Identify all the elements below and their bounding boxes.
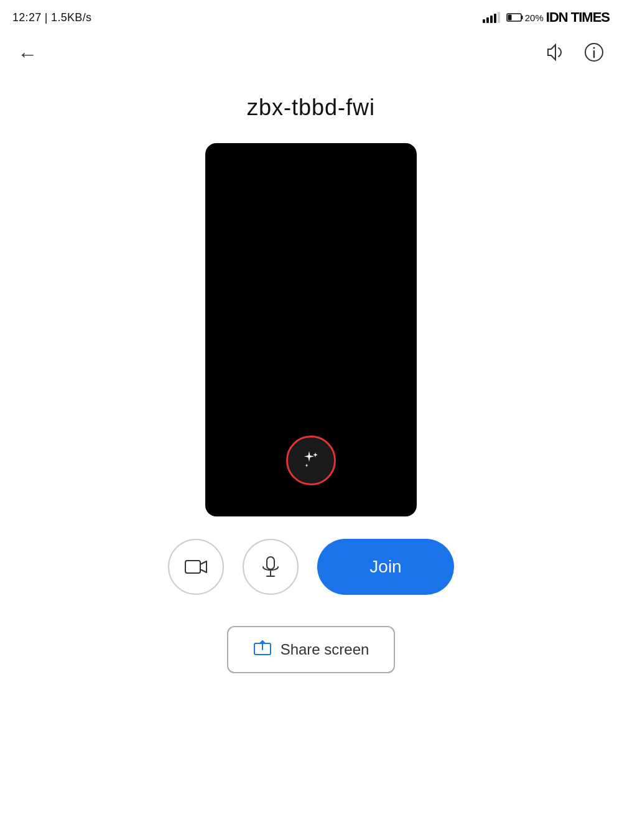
join-button[interactable]: Join bbox=[317, 539, 454, 595]
volume-icon[interactable] bbox=[545, 42, 566, 67]
status-bar: 12:27 | 1.5KB/s 20% IDN TIMES bbox=[0, 0, 622, 32]
video-container bbox=[0, 143, 622, 516]
brand-logo: IDN TIMES bbox=[546, 9, 610, 26]
svg-marker-7 bbox=[200, 561, 207, 572]
meeting-code: zbx-tbbd-fwi bbox=[0, 95, 622, 121]
top-nav: ← bbox=[0, 32, 622, 76]
mic-toggle-button[interactable] bbox=[243, 539, 299, 595]
mic-icon bbox=[259, 555, 282, 579]
back-button[interactable]: ← bbox=[17, 44, 37, 64]
effects-button[interactable] bbox=[286, 436, 336, 485]
svg-rect-1 bbox=[508, 15, 511, 21]
share-screen-icon bbox=[253, 638, 272, 661]
status-right: 20% IDN TIMES bbox=[483, 9, 610, 26]
nav-icons bbox=[545, 42, 605, 67]
battery-percent: 20% bbox=[525, 12, 544, 23]
status-time: 12:27 | 1.5KB/s bbox=[12, 11, 91, 24]
info-icon[interactable] bbox=[583, 42, 605, 67]
camera-toggle-button[interactable] bbox=[168, 539, 224, 595]
svg-point-5 bbox=[593, 47, 595, 49]
video-preview bbox=[205, 143, 417, 516]
share-screen-button[interactable]: Share screen bbox=[227, 626, 396, 673]
battery-icon: 20% bbox=[506, 12, 544, 23]
svg-rect-6 bbox=[185, 561, 200, 573]
share-screen-label: Share screen bbox=[281, 641, 369, 658]
svg-rect-2 bbox=[521, 16, 523, 19]
controls-bar: Join bbox=[0, 539, 622, 595]
sparkle-icon bbox=[298, 447, 324, 474]
svg-rect-8 bbox=[267, 557, 274, 569]
camera-icon bbox=[184, 555, 208, 579]
share-screen-container: Share screen bbox=[0, 626, 622, 673]
signal-icon bbox=[483, 12, 500, 23]
